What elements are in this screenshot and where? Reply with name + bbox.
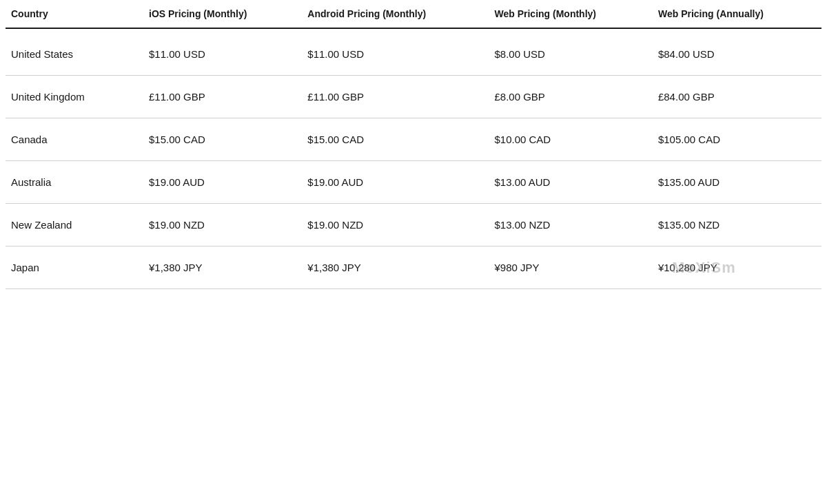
cell-country: Canada	[6, 118, 143, 161]
cell-web-annually: £84.00 GBP	[653, 76, 821, 118]
cell-ios-monthly: £11.00 GBP	[143, 76, 302, 118]
table-row: New Zealand$19.00 NZD$19.00 NZD$13.00 NZ…	[6, 204, 821, 246]
table-header-row: Country iOS Pricing (Monthly) Android Pr…	[6, 0, 821, 28]
cell-ios-monthly: $15.00 CAD	[143, 118, 302, 161]
cell-web-monthly: $13.00 NZD	[489, 204, 652, 246]
cell-country: United States	[6, 28, 143, 76]
cell-web-monthly: $10.00 CAD	[489, 118, 652, 161]
table-row: United States$11.00 USD$11.00 USD$8.00 U…	[6, 28, 821, 76]
table-row: Japan¥1,380 JPY¥1,380 JPY¥980 JPY¥10,280…	[6, 246, 821, 289]
cell-web-annually: $84.00 USD	[653, 28, 821, 76]
cell-web-monthly: $13.00 AUD	[489, 161, 652, 204]
cell-country: Australia	[6, 161, 143, 204]
cell-android-monthly: £11.00 GBP	[302, 76, 489, 118]
cell-android-monthly: $15.00 CAD	[302, 118, 489, 161]
cell-android-monthly: $11.00 USD	[302, 28, 489, 76]
cell-web-annually: $105.00 CAD	[653, 118, 821, 161]
cell-country: Japan	[6, 246, 143, 289]
table-row: United Kingdom£11.00 GBP£11.00 GBP£8.00 …	[6, 76, 821, 118]
column-header-ios-monthly: iOS Pricing (Monthly)	[143, 0, 302, 28]
cell-web-annually: $135.00 AUD	[653, 161, 821, 204]
cell-ios-monthly: $11.00 USD	[143, 28, 302, 76]
cell-web-annually: ¥10,280 JPYMoXiSm	[653, 246, 821, 289]
cell-android-monthly: ¥1,380 JPY	[302, 246, 489, 289]
cell-android-monthly: $19.00 AUD	[302, 161, 489, 204]
cell-ios-monthly: ¥1,380 JPY	[143, 246, 302, 289]
cell-web-annually: $135.00 NZD	[653, 204, 821, 246]
column-header-web-monthly: Web Pricing (Monthly)	[489, 0, 652, 28]
pricing-table-container: Country iOS Pricing (Monthly) Android Pr…	[0, 0, 827, 289]
table-row: Australia$19.00 AUD$19.00 AUD$13.00 AUD$…	[6, 161, 821, 204]
cell-ios-monthly: $19.00 AUD	[143, 161, 302, 204]
cell-country: New Zealand	[6, 204, 143, 246]
cell-web-monthly: £8.00 GBP	[489, 76, 652, 118]
column-header-android-monthly: Android Pricing (Monthly)	[302, 0, 489, 28]
column-header-country: Country	[6, 0, 143, 28]
cell-android-monthly: $19.00 NZD	[302, 204, 489, 246]
cell-ios-monthly: $19.00 NZD	[143, 204, 302, 246]
cell-web-monthly: ¥980 JPY	[489, 246, 652, 289]
table-row: Canada$15.00 CAD$15.00 CAD$10.00 CAD$105…	[6, 118, 821, 161]
pricing-table: Country iOS Pricing (Monthly) Android Pr…	[6, 0, 821, 289]
cell-country: United Kingdom	[6, 76, 143, 118]
column-header-web-annually: Web Pricing (Annually)	[653, 0, 821, 28]
cell-web-monthly: $8.00 USD	[489, 28, 652, 76]
